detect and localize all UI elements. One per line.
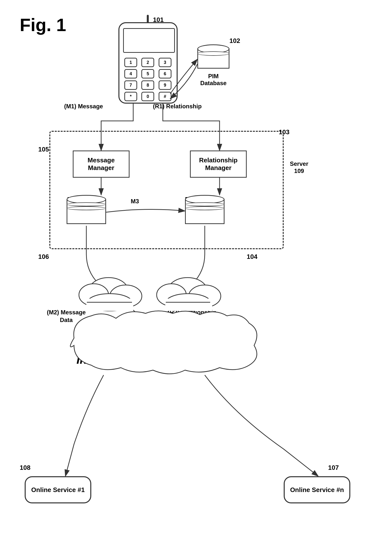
svg-point-10 xyxy=(189,285,221,307)
server-label: Server 109 xyxy=(290,160,308,175)
svg-rect-6 xyxy=(86,299,133,311)
mobile-phone: 1 2 3 4 5 6 7 8 9 * 0 # xyxy=(118,15,178,104)
ref-104: 104 xyxy=(247,253,257,261)
internet-label: Internet xyxy=(76,353,120,366)
relationship-store: RelationshipStore xyxy=(185,195,218,209)
rel-store-line1 xyxy=(185,202,224,206)
phone-keypad: 1 2 3 4 5 6 7 8 9 * 0 # xyxy=(124,58,174,101)
svg-point-9 xyxy=(157,284,186,306)
pim-database: 102 PIMDatabase xyxy=(197,44,229,87)
key-hash: # xyxy=(159,92,171,101)
rel-store-line2 xyxy=(185,206,224,210)
figure-label: Fig. 1 xyxy=(20,15,66,35)
message-manager-box: Message Manager xyxy=(73,151,130,178)
key-4: 4 xyxy=(124,69,137,78)
key-9: 9 xyxy=(159,80,171,90)
relationship-manager-box: Relationship Manager xyxy=(190,151,247,178)
online-service-n-box: Online Service #n xyxy=(284,476,350,503)
message-database: MessageDatabase xyxy=(67,195,91,209)
key-0: 0 xyxy=(141,92,154,101)
key-3: 3 xyxy=(159,58,171,67)
server-box xyxy=(49,131,284,249)
ref-102: 102 xyxy=(229,37,240,45)
m3-label: M3 xyxy=(131,197,139,205)
ref-105: 105 xyxy=(38,146,49,153)
m2-label: (M2) Message Data xyxy=(47,308,86,324)
svg-point-4 xyxy=(110,285,142,307)
ref-108: 108 xyxy=(20,464,30,472)
msg-db-line1 xyxy=(67,202,106,206)
svg-point-5 xyxy=(88,294,132,311)
online-service-1-box: Online Service #1 xyxy=(25,476,91,503)
phone-screen xyxy=(123,28,175,53)
key-1: 1 xyxy=(124,58,137,67)
svg-point-3 xyxy=(79,284,109,306)
pim-db-cylinder xyxy=(197,44,229,72)
ref-106: 106 xyxy=(38,253,49,261)
pim-db-line1 xyxy=(197,51,229,56)
ref-107: 107 xyxy=(328,464,339,472)
m1-message-label: (M1) Message xyxy=(64,102,103,110)
key-5: 5 xyxy=(141,69,154,78)
r1-relationship-label: (R1) Relationship xyxy=(153,102,202,110)
key-2: 2 xyxy=(141,58,154,67)
key-8: 8 xyxy=(141,80,154,90)
pim-db-label: PIMDatabase xyxy=(197,73,229,87)
svg-point-2 xyxy=(89,278,128,305)
svg-point-8 xyxy=(168,278,207,305)
diagram: Fig. 1 101 1 2 3 4 5 6 7 8 9 * 0 # 102 xyxy=(0,0,392,551)
key-star: * xyxy=(124,92,137,101)
r2-label: (R2) Relationship Data xyxy=(168,308,216,324)
key-7: 7 xyxy=(124,80,137,90)
ref-103: 103 xyxy=(279,128,289,136)
msg-db-line2 xyxy=(67,206,106,210)
phone-body: 1 2 3 4 5 6 7 8 9 * 0 # xyxy=(118,22,178,104)
key-6: 6 xyxy=(159,69,171,78)
